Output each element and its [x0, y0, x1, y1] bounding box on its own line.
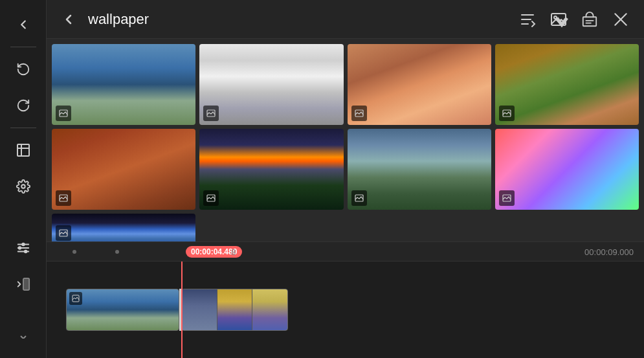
- car-clip-2: [217, 289, 252, 330]
- media-item-2[interactable]: [199, 44, 343, 125]
- playhead-line: [181, 262, 183, 358]
- timeline-dot-1: [72, 250, 76, 254]
- timeline-dot-2: [115, 250, 119, 254]
- media-item-6[interactable]: [199, 129, 343, 210]
- timeline-end-time: 00:00:09.000: [584, 247, 634, 256]
- image-filter-button[interactable]: [546, 6, 572, 32]
- media-item-7[interactable]: [348, 129, 491, 210]
- sidebar-divider-1: [10, 47, 36, 47]
- adjust-button[interactable]: [8, 232, 39, 263]
- media-badge-6: [203, 190, 219, 206]
- media-item-9[interactable]: [52, 214, 195, 241]
- svg-rect-16: [583, 17, 596, 26]
- car-clip-1: [182, 289, 217, 330]
- main-area: wallpaper: [47, 0, 644, 358]
- header-actions: [515, 6, 634, 32]
- crop-button[interactable]: [8, 135, 39, 166]
- media-item-8[interactable]: [495, 129, 639, 210]
- undo-button[interactable]: [8, 54, 39, 85]
- timeline-number: 8: [231, 247, 236, 256]
- media-badge-9: [56, 225, 71, 241]
- top-header: wallpaper: [47, 0, 644, 39]
- redo-button[interactable]: [8, 90, 39, 121]
- media-grid-area: [47, 39, 644, 241]
- media-grid: [52, 44, 639, 241]
- close-button[interactable]: [608, 6, 634, 32]
- track-clips: [66, 289, 288, 331]
- timeline-ruler: 00:00:04.480 8 00:00:09.000: [47, 242, 644, 262]
- svg-point-8: [18, 247, 21, 249]
- sidebar-back-button[interactable]: [8, 9, 39, 40]
- sort-button[interactable]: [515, 6, 540, 32]
- media-badge-1: [56, 106, 71, 121]
- media-badge-2: [203, 106, 219, 121]
- svg-point-7: [22, 243, 25, 246]
- media-badge-8: [499, 190, 515, 206]
- store-button[interactable]: [577, 6, 603, 32]
- content-area: 00:00:04.480 8 00:00:09.000: [47, 39, 644, 358]
- media-item-5[interactable]: [52, 129, 195, 210]
- timeline-area: 00:00:04.480 8 00:00:09.000: [47, 241, 644, 358]
- header-back-button[interactable]: [57, 8, 80, 31]
- settings-button[interactable]: [8, 171, 39, 202]
- timeline-dots: [53, 250, 119, 254]
- media-badge-3: [351, 106, 367, 121]
- media-badge-4: [499, 106, 515, 121]
- insert-button[interactable]: [8, 269, 39, 300]
- svg-point-9: [24, 251, 27, 253]
- sidebar-divider-2: [10, 128, 36, 128]
- clip-lake[interactable]: [66, 289, 179, 331]
- media-item-4[interactable]: [495, 44, 639, 125]
- svg-point-3: [21, 185, 25, 188]
- page-title: wallpaper: [88, 11, 515, 28]
- sidebar: [0, 0, 47, 358]
- media-item-3[interactable]: [348, 44, 491, 125]
- timeline-tracks: [47, 262, 644, 358]
- car-clip-3: [252, 289, 287, 330]
- clip-cars[interactable]: [181, 289, 288, 331]
- media-badge-7: [351, 190, 367, 206]
- svg-rect-10: [23, 278, 29, 290]
- svg-rect-0: [17, 144, 29, 156]
- media-item-1[interactable]: [52, 44, 195, 125]
- clip-badge-lake: [69, 292, 82, 305]
- media-badge-5: [56, 190, 71, 206]
- collapse-button[interactable]: [8, 318, 39, 349]
